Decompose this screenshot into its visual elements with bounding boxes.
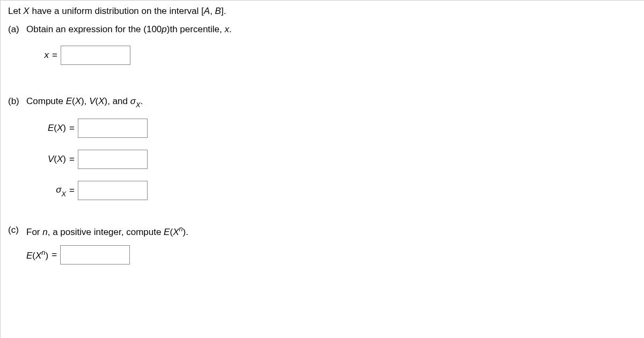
prompt-text: )th percentile, [167, 24, 225, 34]
part-b-label: (b) [8, 96, 26, 107]
eq-lhs: V(X) [38, 154, 69, 165]
intro-var-B: B [215, 6, 221, 16]
answer-input-sigmax[interactable] [78, 181, 148, 200]
eq-var-x: x [45, 50, 49, 60]
equals-sign: = [69, 185, 78, 196]
prompt-var-x: x [225, 24, 230, 34]
part-a: (a) Obtain an expression for the (100p)t… [8, 24, 636, 77]
eq-lhs: x [38, 50, 52, 61]
eq-X: X [57, 123, 63, 133]
prompt-E: E [164, 227, 170, 237]
equals-sign: = [52, 249, 60, 260]
part-c-label: (c) [8, 225, 26, 236]
prompt-X: X [173, 227, 179, 237]
problem-container: { "intro": { "pre": "Let ", "var": "X", … [0, 0, 644, 338]
eq-E: E [48, 123, 54, 133]
equals-sign: = [69, 123, 78, 134]
problem-intro: Let X have a uniform distribution on the… [8, 6, 636, 17]
prompt-X: X [98, 96, 104, 106]
answer-input-ex[interactable] [78, 119, 148, 138]
prompt-text: , and [107, 96, 130, 106]
equation-row-x: x = [38, 46, 636, 65]
prompt-var-p: p [162, 24, 166, 34]
prompt-text: . [229, 24, 232, 34]
prompt-text: , a positive integer, compute [48, 227, 164, 237]
intro-var-X: X [23, 6, 29, 16]
prompt-text: Obtain an expression for the (100 [26, 24, 162, 34]
prompt-sup-n: n [179, 225, 182, 233]
eq-lhs: σX [38, 185, 69, 196]
prompt-sub-X: X [136, 101, 141, 109]
part-a-label: (a) [8, 24, 26, 35]
intro-text: , [210, 6, 215, 16]
equation-row-ex: E(X) = [38, 119, 636, 138]
answer-input-vx[interactable] [78, 150, 148, 169]
part-a-prompt: Obtain an expression for the (100p)th pe… [26, 24, 636, 35]
part-c: (c) For n, a positive integer, compute E… [8, 225, 636, 264]
part-a-body: Obtain an expression for the (100p)th pe… [26, 24, 636, 77]
eq-sup-n: n [41, 248, 45, 256]
part-b-body: Compute E(X), V(X), and σX. E(X) = V(X) … [26, 96, 636, 212]
prompt-n: n [42, 227, 47, 237]
answer-input-exn[interactable] [60, 245, 130, 264]
eq-lhs: E(Xn) [26, 248, 52, 261]
eq-sigma: σ [56, 185, 61, 195]
equation-row-vx: V(X) = [38, 150, 636, 169]
prompt-text: For [26, 227, 42, 237]
prompt-text: Compute [26, 96, 66, 106]
part-c-body: For n, a positive integer, compute E(Xn)… [26, 225, 636, 264]
prompt-text: . [186, 227, 188, 237]
prompt-text: . [141, 96, 143, 106]
eq-V: V [48, 154, 54, 164]
eq-E: E [26, 251, 32, 261]
eq-X: X [35, 251, 41, 261]
intro-text: ]. [221, 6, 226, 16]
prompt-V: V [89, 96, 95, 106]
prompt-X: X [75, 96, 81, 106]
prompt-E: E [66, 96, 72, 106]
equation-row-sigmax: σX = [38, 181, 636, 200]
equation-row-exn: E(Xn) = [26, 245, 636, 264]
part-c-prompt: For n, a positive integer, compute E(Xn)… [26, 225, 636, 238]
eq-X: X [57, 154, 63, 164]
eq-lhs: E(X) [38, 123, 69, 134]
equals-sign: = [52, 50, 61, 61]
intro-text: Let [8, 6, 23, 16]
part-b: (b) Compute E(X), V(X), and σX. E(X) = V… [8, 96, 636, 212]
prompt-sigma: σ [130, 96, 136, 106]
equals-sign: = [69, 154, 78, 165]
part-b-prompt: Compute E(X), V(X), and σX. [26, 96, 636, 108]
eq-sub-X: X [61, 190, 66, 198]
prompt-text: , [84, 96, 89, 106]
intro-text: have a uniform distribution on the inter… [30, 6, 204, 16]
intro-var-A: A [204, 6, 210, 16]
answer-input-x[interactable] [61, 46, 130, 65]
